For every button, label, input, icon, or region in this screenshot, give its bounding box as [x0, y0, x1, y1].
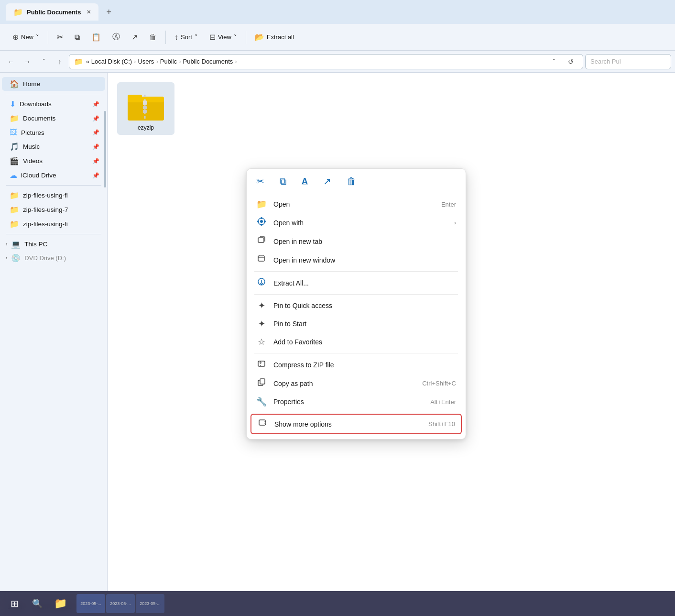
cut-button[interactable]: ✂	[52, 30, 68, 44]
new-label: New	[21, 33, 33, 41]
ctx-item-properties[interactable]: 🔧 Properties Alt+Enter	[247, 393, 466, 411]
ctx-divider-1	[254, 271, 458, 272]
ctx-item-pin-start[interactable]: ✦ Pin to Start	[247, 315, 466, 333]
address-dropdown-button[interactable]: ˅	[546, 55, 561, 69]
refresh-button[interactable]: ↺	[564, 55, 578, 69]
ctx-delete-button[interactable]: 🗑	[345, 175, 358, 188]
ctx-item-open[interactable]: 📁 Open Enter	[247, 195, 466, 213]
sidebar-divider-2	[6, 185, 101, 186]
svg-rect-15	[258, 256, 264, 261]
ctx-open-shortcut: Enter	[441, 201, 456, 208]
ctx-item-extract[interactable]: Extract All...	[247, 274, 466, 292]
copy-button[interactable]: ⧉	[70, 30, 85, 44]
path-part-2: Users	[138, 58, 154, 65]
toolbar-separator-3	[246, 31, 246, 44]
sidebar-item-downloads[interactable]: ⬇ Downloads 📌	[2, 97, 105, 111]
taskbar-start[interactable]: ⊞	[4, 593, 25, 614]
svg-point-12	[257, 220, 259, 222]
search-box[interactable]: Search Pul	[585, 54, 671, 69]
svg-rect-18	[258, 361, 265, 366]
taskbar-search[interactable]: 🔍	[27, 593, 48, 614]
taskbar-screenshots: 2023-05-... 2023-05-... 2023-05-...	[76, 594, 164, 613]
sidebar-item-pictures[interactable]: 🖼 Pictures 📌	[2, 126, 105, 139]
toolbar-separator-2	[165, 31, 166, 44]
sidebar-item-videos[interactable]: 🎬 Videos 📌	[2, 154, 105, 168]
tab-close-button[interactable]: ✕	[87, 9, 91, 15]
paste-icon: 📋	[91, 33, 101, 42]
taskbar-thumb-3[interactable]: 2023-05-...	[136, 594, 164, 613]
ctx-item-open-new-tab[interactable]: Open in new tab	[247, 232, 466, 251]
view-button[interactable]: ⊟ View ˅	[205, 30, 242, 44]
this-pc-label: This PC	[24, 241, 47, 248]
extract-all-button[interactable]: 📂 Extract all	[250, 30, 299, 44]
documents-label: Documents	[23, 115, 55, 122]
rename-button[interactable]: Ⓐ	[108, 29, 125, 45]
toolbar: ⊕ New ˅ ✂ ⧉ 📋 Ⓐ ↗ 🗑 ↕ Sort ˅ ⊟ View ˅ 📂 …	[0, 24, 675, 51]
pictures-pin: 📌	[92, 129, 99, 136]
file-item-ezyzip[interactable]: ezyzip	[117, 82, 174, 135]
share-icon: ↗	[131, 33, 138, 42]
ctx-item-compress[interactable]: Compress to ZIP file	[247, 355, 466, 374]
forward-button[interactable]: →	[20, 55, 34, 69]
ctx-open-with-icon	[256, 217, 267, 228]
ctx-item-pin-quick[interactable]: ✦ Pin to Quick access	[247, 297, 466, 315]
taskbar-thumb-2[interactable]: 2023-05-...	[106, 594, 135, 613]
new-tab-button[interactable]: +	[102, 5, 115, 19]
ctx-item-favorites[interactable]: ☆ Add to Favorites	[247, 333, 466, 351]
ctx-divider-2	[254, 294, 458, 295]
this-pc-expand-icon: ›	[6, 242, 7, 247]
pictures-icon: 🖼	[10, 128, 17, 137]
sidebar-item-home[interactable]: 🏠 Home	[2, 77, 105, 91]
address-bar[interactable]: 📁 « Local Disk (C:) › Users › Public › P…	[69, 54, 583, 69]
ctx-show-more-label: Show more options	[274, 420, 422, 428]
tab-folder-icon: 📁	[13, 8, 23, 17]
icloud-icon: ☁	[10, 171, 17, 180]
ctx-cut-button[interactable]: ✂	[254, 175, 266, 188]
ctx-item-show-more[interactable]: Show more options Shift+F10	[250, 414, 462, 434]
ctx-open-with-label: Open with	[273, 219, 447, 227]
main-area: 🏠 Home ⬇ Downloads 📌 📁 Documents 📌 🖼 Pic…	[0, 73, 675, 597]
sort-button[interactable]: ↕ Sort ˅	[170, 30, 203, 44]
sidebar-item-icloud[interactable]: ☁ iCloud Drive 📌	[2, 168, 105, 182]
sidebar-item-zip3[interactable]: 📁 zip-files-using-fi	[2, 217, 105, 231]
ctx-show-more-shortcut: Shift+F10	[428, 420, 455, 428]
videos-icon: 🎬	[10, 156, 19, 165]
file-name: ezyzip	[138, 124, 154, 131]
sidebar-item-this-pc[interactable]: › 💻 This PC	[0, 237, 107, 251]
sidebar-item-zip2[interactable]: 📁 zip-files-using-7	[2, 203, 105, 217]
back-button[interactable]: ←	[4, 55, 18, 69]
sidebar-item-zip1[interactable]: 📁 zip-files-using-fi	[2, 188, 105, 202]
sidebar-divider-3	[6, 234, 101, 234]
ctx-item-open-new-window[interactable]: Open in new window	[247, 251, 466, 269]
tab-title: Public Documents	[27, 9, 81, 16]
sidebar-item-documents[interactable]: 📁 Documents 📌	[2, 111, 105, 125]
this-pc-icon: 💻	[11, 240, 21, 249]
sidebar-item-dvd[interactable]: › 💿 DVD Drive (D:)	[0, 251, 107, 265]
paste-button[interactable]: 📋	[87, 30, 106, 44]
ctx-pin-start-icon: ✦	[256, 319, 267, 329]
zip2-icon: 📁	[10, 205, 19, 214]
new-button[interactable]: ⊕ New ˅	[8, 30, 44, 44]
taskbar-file-explorer[interactable]: 📁	[50, 593, 71, 614]
ctx-copy-button[interactable]: ⧉	[278, 175, 288, 188]
active-tab[interactable]: 📁 Public Documents ✕	[6, 3, 98, 21]
share-button[interactable]: ↗	[127, 30, 142, 44]
music-pin: 📌	[92, 143, 99, 150]
ctx-new-window-label: Open in new window	[273, 256, 456, 264]
ctx-item-copy-path[interactable]: Copy as path Ctrl+Shift+C	[247, 374, 466, 393]
zip2-label: zip-files-using-7	[23, 206, 68, 213]
delete-button[interactable]: 🗑	[144, 30, 162, 44]
content-area: ezyzip ✂ ⧉ A ↗ 🗑 📁 Open Enter	[108, 73, 675, 597]
ctx-rename-button[interactable]: A	[300, 176, 310, 187]
taskbar-thumb-1[interactable]: 2023-05-...	[76, 594, 105, 613]
recent-locations-button[interactable]: ˅	[36, 55, 51, 69]
ctx-properties-label: Properties	[273, 398, 424, 406]
sidebar-scrollbar[interactable]	[104, 111, 106, 187]
ctx-item-open-with[interactable]: Open with ›	[247, 213, 466, 232]
sidebar-item-music[interactable]: 🎵 Music 📌	[2, 140, 105, 154]
ctx-share-button[interactable]: ↗	[321, 175, 333, 188]
up-button[interactable]: ↑	[53, 55, 67, 69]
svg-rect-20	[260, 362, 261, 363]
downloads-label: Downloads	[20, 100, 52, 108]
view-icon: ⊟	[209, 33, 216, 42]
